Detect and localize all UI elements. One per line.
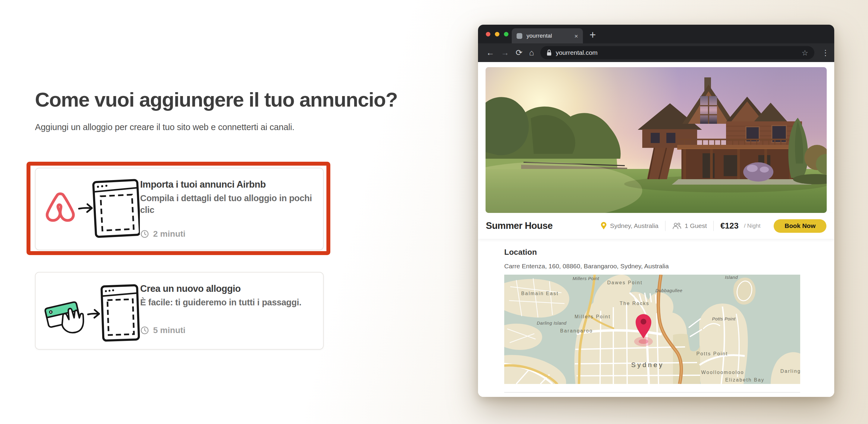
- minimize-window-button[interactable]: [495, 32, 499, 36]
- browser-tab[interactable]: yourrental ×: [512, 28, 583, 43]
- option-card-create-new[interactable]: Crea un nuovo alloggio È facile: ti guid…: [35, 272, 324, 350]
- new-tab-button[interactable]: +: [590, 30, 596, 40]
- browser-tabstrip: yourrental × +: [478, 25, 834, 43]
- bookmark-star-icon[interactable]: ☆: [802, 48, 808, 57]
- map-label: Darling: [780, 368, 800, 374]
- listing-guests: 1 Guest: [665, 222, 714, 230]
- map-label: Balmain East: [521, 291, 558, 296]
- option-card-import-airbnb[interactable]: Importa i tuoi annunci Airbnb Compila i …: [35, 168, 324, 250]
- listing-header-bar: Summer House Sydney, Australia: [478, 213, 834, 239]
- map-label: Millers Point: [575, 314, 611, 320]
- airbnb-import-illustration-icon: [43, 176, 140, 242]
- option-duration: 5 minuti: [140, 326, 185, 335]
- reload-icon[interactable]: ⟳: [516, 49, 523, 57]
- map-label: Woolloomooloo: [701, 370, 744, 375]
- lock-icon: [547, 50, 552, 56]
- listing-price: €123 / Night: [714, 221, 767, 231]
- option-title: Crea un nuovo alloggio: [140, 283, 241, 294]
- map-label: Barangaroo: [560, 328, 593, 334]
- page-subtitle: Aggiungi un alloggio per creare il tuo s…: [35, 122, 294, 132]
- option-description: È facile: ti guideremo in tutti i passag…: [140, 297, 321, 308]
- map-label: Sydney: [631, 361, 664, 369]
- listing-location: Sydney, Australia: [594, 222, 665, 230]
- clock-icon: [140, 326, 149, 335]
- webpage-content: Summer House Sydney, Australia: [478, 62, 834, 397]
- house-illustration: [638, 77, 812, 185]
- map-label: The Rocks: [620, 301, 650, 306]
- guests-icon: [672, 222, 681, 230]
- browser-window: yourrental × + ← → ⟳ ⌂ yourrental.com ☆ …: [478, 25, 834, 397]
- location-pin-icon: [601, 222, 607, 230]
- hero-scene: [486, 67, 827, 213]
- browser-toolbar: ← → ⟳ ⌂ yourrental.com ☆ ⋮: [478, 43, 834, 62]
- create-new-illustration-icon: [43, 280, 140, 346]
- location-map[interactable]: Millers PointDawes PointDubbagulleeIslan…: [504, 274, 800, 384]
- browser-sketch-icon: [101, 285, 139, 340]
- page-title: Come vuoi aggiungere il tuo annuncio?: [35, 88, 398, 111]
- map-label: Elizabeth Bay: [725, 377, 764, 383]
- tab-title: yourrental: [527, 33, 575, 39]
- listing-hero-photo: [486, 67, 827, 213]
- map-label: Island: [725, 274, 738, 280]
- option-description: Compila i dettagli del tuo alloggio in p…: [140, 192, 321, 216]
- url-text: yourrental.com: [556, 49, 802, 56]
- option-title: Importa i tuoi annunci Airbnb: [140, 179, 266, 190]
- map-label: Potts Point: [696, 351, 728, 357]
- listing-name: Summer House: [486, 221, 553, 231]
- arrow-icon: [88, 310, 99, 318]
- book-now-button[interactable]: Book Now: [774, 219, 827, 233]
- price-value: €123: [720, 221, 738, 231]
- option-duration: 2 minuti: [140, 229, 185, 239]
- clock-icon: [140, 229, 149, 238]
- map-label: Millers Point: [572, 276, 599, 281]
- arrow-icon: [79, 204, 92, 212]
- tab-close-icon[interactable]: ×: [575, 33, 578, 39]
- listing-guests-label: 1 Guest: [685, 222, 707, 229]
- location-section-heading: Location: [504, 248, 537, 257]
- listing-meta: Sydney, Australia 1 Guest €123 / Night: [594, 219, 827, 233]
- back-icon[interactable]: ←: [486, 49, 494, 57]
- option-duration-label: 5 minuti: [153, 326, 185, 335]
- tab-favicon: [517, 33, 522, 39]
- section-divider: [504, 392, 800, 393]
- window-controls: [486, 32, 508, 36]
- airbnb-logo-icon: [47, 194, 73, 221]
- price-unit: / Night: [744, 223, 761, 229]
- forward-icon[interactable]: →: [501, 49, 509, 57]
- option-duration-label: 2 minuti: [153, 229, 185, 239]
- browser-menu-icon[interactable]: ⋮: [822, 48, 830, 58]
- location-address: Carre Entenza, 160, 08860, Barangaroo, S…: [504, 263, 669, 270]
- maximize-window-button[interactable]: [504, 32, 508, 36]
- home-icon[interactable]: ⌂: [529, 49, 534, 57]
- listing-location-label: Sydney, Australia: [610, 222, 658, 229]
- close-window-button[interactable]: [486, 32, 490, 36]
- map-label: Potts Point: [712, 316, 735, 321]
- map-label: Darling Island: [537, 320, 567, 326]
- map-label: Dubbagullee: [655, 288, 683, 293]
- browser-sketch-icon: [93, 180, 140, 237]
- map-label: Dawes Point: [607, 280, 643, 286]
- address-bar[interactable]: yourrental.com ☆: [540, 46, 814, 59]
